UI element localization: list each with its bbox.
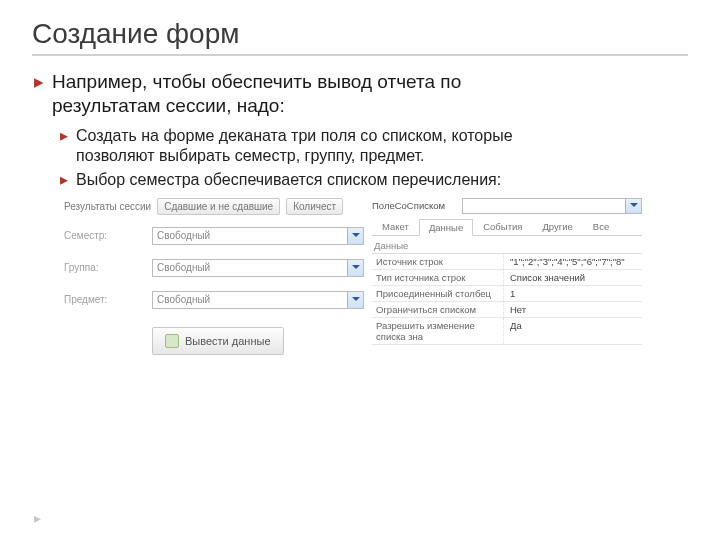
prop-row: Тип источника строкСписок значений	[372, 270, 642, 286]
tab-count[interactable]: Количест	[286, 198, 343, 215]
subject-label: Предмет:	[64, 294, 142, 305]
bullet-mark-icon: ▸	[34, 70, 44, 118]
b1-text-line1: Например, чтобы обеспечить вывод отчета …	[52, 70, 461, 94]
chevron-down-icon[interactable]	[625, 199, 641, 213]
property-tabs: Макет Данные События Другие Все	[372, 218, 642, 236]
semester-combo[interactable]: Свободный	[152, 227, 364, 245]
form-preview-panel: Результаты сессии Сдавшие и не сдавшие К…	[64, 198, 364, 355]
b2a-line2: позволяют выбирать семестр, группу, пред…	[76, 146, 513, 166]
chevron-down-icon[interactable]	[347, 260, 363, 276]
bullet-mark-icon: ▸	[60, 170, 68, 190]
semester-label: Семестр:	[64, 230, 142, 241]
group-label: Группа:	[64, 262, 142, 273]
bullet-level1: ▸ Например, чтобы обеспечить вывод отчет…	[34, 70, 688, 118]
subject-combo[interactable]: Свободный	[152, 291, 364, 309]
report-icon	[165, 334, 179, 348]
property-grid: Источник строк"1";"2";"3";"4";"5";"6";"7…	[372, 253, 642, 345]
tab-all[interactable]: Все	[583, 218, 619, 235]
output-data-button[interactable]: Вывести данные	[152, 327, 284, 355]
tab-data[interactable]: Данные	[419, 219, 473, 236]
b1-text-line2: результатам сессии, надо:	[52, 94, 461, 118]
prop-row: Присоединенный столбец1	[372, 286, 642, 302]
property-sheet-panel: ПолеСоСписком Макет Данные События Други…	[372, 198, 642, 355]
slide-title: Создание форм	[32, 18, 688, 56]
chevron-down-icon[interactable]	[347, 292, 363, 308]
prop-row: Разрешить изменение списка знаДа	[372, 318, 642, 345]
prop-row: Источник строк"1";"2";"3";"4";"5";"6";"7…	[372, 254, 642, 270]
b2a-line1: Создать на форме деканата три поля со сп…	[76, 126, 513, 146]
bullet-level2-a: ▸ Создать на форме деканата три поля со …	[60, 126, 688, 166]
bullet-mark-icon: ▸	[60, 126, 68, 166]
tab-other[interactable]: Другие	[532, 218, 582, 235]
group-combo[interactable]: Свободный	[152, 259, 364, 277]
slide-footer-mark-icon: ▸	[34, 510, 41, 526]
results-label: Результаты сессии	[64, 201, 151, 212]
object-selector-combo[interactable]	[462, 198, 642, 214]
tab-passed[interactable]: Сдавшие и не сдавшие	[157, 198, 280, 215]
b2b-text: Выбор семестра обеспечивается списком пе…	[76, 170, 501, 190]
bullet-level2-b: ▸ Выбор семестра обеспечивается списком …	[60, 170, 688, 190]
button-label: Вывести данные	[185, 335, 271, 347]
prop-row: Ограничиться спискомНет	[372, 302, 642, 318]
property-section-header: Данные	[374, 240, 642, 251]
tab-layout[interactable]: Макет	[372, 218, 419, 235]
combobox-name-label: ПолеСоСписком	[372, 200, 462, 211]
chevron-down-icon[interactable]	[347, 228, 363, 244]
tab-events[interactable]: События	[473, 218, 532, 235]
